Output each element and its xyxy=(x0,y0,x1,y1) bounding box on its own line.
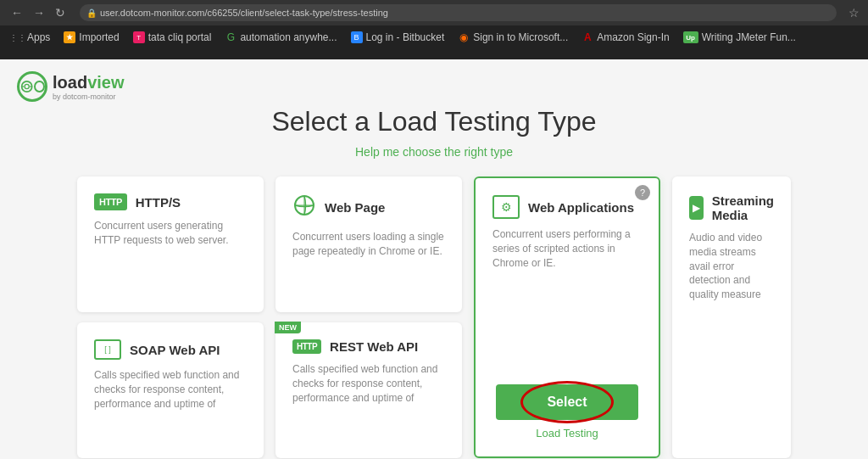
bookmark-amazon[interactable]: A Amazon Sign-In xyxy=(576,30,674,45)
page-title: Select a Load Testing Type xyxy=(0,106,868,137)
logo-area: loadview by dotcom-monitor xyxy=(17,71,124,102)
soap-title: SOAP Web API xyxy=(130,343,220,357)
bookmark-automation[interactable]: G automation anywhe... xyxy=(220,30,342,45)
cards-container: HTTP HTTP/S Concurrent users generating … xyxy=(0,160,868,458)
rest-desc: Calls specified web function and checks … xyxy=(292,362,445,405)
reload-button[interactable]: ↻ xyxy=(53,6,68,20)
soap-desc: Calls specified web function and checks … xyxy=(94,368,247,411)
browser-titlebar: ← → ↻ 🔒 user.dotcom-monitor.com/c66255/c… xyxy=(0,0,868,25)
bookmark-apps[interactable]: ⋮⋮ Apps xyxy=(7,30,55,45)
load-testing-link[interactable]: Load Testing xyxy=(492,427,642,439)
imported-star-icon: ★ xyxy=(64,31,75,43)
bookmark-star-icon[interactable]: ☆ xyxy=(849,6,860,20)
loadview-logo-icon xyxy=(17,71,47,102)
webapp-desc: Concurrent users performing a series of … xyxy=(492,227,642,270)
lock-icon: 🔒 xyxy=(86,8,97,18)
card-soap[interactable]: [ ] SOAP Web API Calls specified web fun… xyxy=(77,322,264,458)
http-icon: HTTP xyxy=(94,193,127,210)
card-https[interactable]: HTTP HTTP/S Concurrent users generating … xyxy=(77,176,264,312)
bookmark-tata-label: tata cliq portal xyxy=(148,31,212,43)
https-desc: Concurrent users generating HTTP request… xyxy=(94,219,247,248)
bookmarks-bar: ⋮⋮ Apps ★ Imported T tata cliq portal G … xyxy=(0,25,868,49)
url-text: user.dotcom-monitor.com/c66255/client/se… xyxy=(100,8,388,18)
card-rest[interactable]: NEW HTTP REST Web API Calls specified we… xyxy=(275,322,462,458)
select-button[interactable]: Select xyxy=(496,384,637,420)
streaming-icon: ▶ xyxy=(689,196,704,220)
main-content: loadview by dotcom-monitor Select a Load… xyxy=(0,59,868,459)
help-badge[interactable]: ? xyxy=(635,185,650,200)
bookmark-amazon-label: Amazon Sign-In xyxy=(597,31,669,43)
bookmark-bitbucket[interactable]: B Log in - Bitbucket xyxy=(346,30,450,45)
apps-grid-icon: ⋮⋮ xyxy=(12,31,24,43)
webpage-title: Web Page xyxy=(325,200,385,215)
select-btn-wrapper: Select xyxy=(496,384,637,420)
help-link[interactable]: Help me choose the right type xyxy=(355,145,513,159)
page-title-section: Select a Load Testing Type Help me choos… xyxy=(0,59,868,160)
bookmark-writing[interactable]: Up Writing JMeter Fun... xyxy=(678,30,801,45)
streaming-title: Streaming Media xyxy=(712,193,774,222)
webapp-icon xyxy=(492,195,520,219)
logo-brand: loadview xyxy=(53,73,124,92)
new-badge: NEW xyxy=(275,322,301,333)
logo-sub: by dotcom-monitor xyxy=(53,92,124,101)
back-button[interactable]: ← xyxy=(8,6,25,20)
bookmark-microsoft[interactable]: ◉ Sign in to Microsoft... xyxy=(453,30,573,45)
streaming-desc: Audio and video media streams avail erro… xyxy=(689,231,774,302)
bookmark-bitbucket-label: Log in - Bitbucket xyxy=(366,31,445,43)
forward-button[interactable]: → xyxy=(31,6,47,20)
rest-icon: HTTP xyxy=(292,339,321,354)
bitbucket-icon: B xyxy=(351,31,363,43)
bookmark-tata[interactable]: T tata cliq portal xyxy=(128,30,217,45)
bookmark-microsoft-label: Sign in to Microsoft... xyxy=(473,31,568,43)
select-btn-area: Select Load Testing xyxy=(492,384,642,439)
bookmark-writing-label: Writing JMeter Fun... xyxy=(702,31,796,43)
left-column: HTTP HTTP/S Concurrent users generating … xyxy=(77,176,264,458)
url-bar[interactable]: 🔒 user.dotcom-monitor.com/c66255/client/… xyxy=(80,4,837,21)
bookmark-apps-label: Apps xyxy=(27,31,50,43)
bookmark-imported[interactable]: ★ Imported xyxy=(58,30,124,45)
soap-icon: [ ] xyxy=(94,339,121,360)
tata-icon: T xyxy=(133,31,145,43)
logo-text: loadview by dotcom-monitor xyxy=(53,73,124,101)
middle-left-column: Web Page Concurrent users loading a sing… xyxy=(275,176,462,458)
https-title: HTTP/S xyxy=(136,195,181,210)
webpage-icon xyxy=(292,193,316,221)
microsoft-icon: ◉ xyxy=(458,31,470,43)
card-webapp[interactable]: ? Web Applications Concurrent users perf… xyxy=(474,176,660,458)
rest-title: REST Web API xyxy=(330,339,418,354)
writing-icon: Up xyxy=(683,31,698,43)
card-webpage[interactable]: Web Page Concurrent users loading a sing… xyxy=(275,176,462,312)
amazon-icon: A xyxy=(581,31,593,43)
webapp-content: ? Web Applications Concurrent users perf… xyxy=(492,195,642,270)
browser-chrome: ← → ↻ 🔒 user.dotcom-monitor.com/c66255/c… xyxy=(0,0,868,59)
bookmark-automation-label: automation anywhe... xyxy=(240,31,337,43)
webpage-desc: Concurrent users loading a single page r… xyxy=(292,230,445,259)
webapp-title: Web Applications xyxy=(528,200,634,215)
bookmark-imported-label: Imported xyxy=(79,31,119,43)
svg-point-1 xyxy=(25,84,29,88)
card-streaming[interactable]: ▶ Streaming Media Audio and video media … xyxy=(672,176,791,458)
automation-google-icon: G xyxy=(225,31,236,43)
